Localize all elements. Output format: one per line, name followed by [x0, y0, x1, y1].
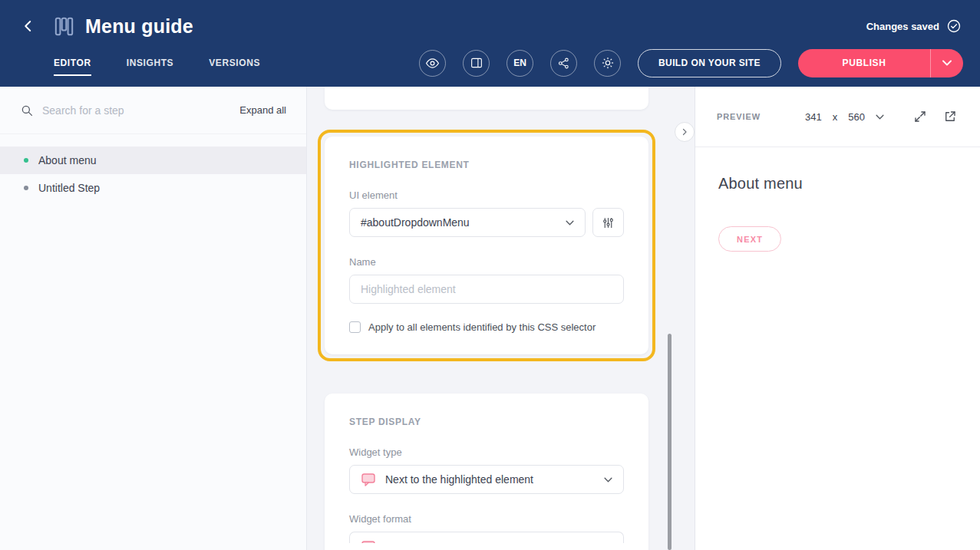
- changes-saved-label: Changes saved: [866, 21, 939, 32]
- eye-icon: [425, 56, 440, 71]
- content-scrollbar[interactable]: [668, 334, 671, 550]
- check-circle-icon: [946, 18, 962, 34]
- ui-element-label: UI element: [349, 189, 624, 201]
- topbar-tabs: EDITOR INSIGHTS VERSIONS: [54, 44, 260, 81]
- preview-eye-button[interactable]: [419, 50, 446, 77]
- tooltip-widget-icon: [361, 472, 376, 487]
- changes-saved-status: Changes saved: [866, 18, 962, 34]
- name-label: Name: [349, 256, 624, 268]
- ui-element-row: #aboutDropdownMenu: [349, 208, 624, 237]
- highlighted-element-name-input[interactable]: [349, 275, 624, 304]
- preview-header: PREVIEW 341 x 560: [695, 87, 980, 147]
- topbar-row-title: Menu guide Changes saved: [0, 0, 980, 44]
- topbar-actions: EN BUILD ON YOUR SITE PUBLISH: [419, 49, 963, 77]
- language-label: EN: [513, 58, 526, 68]
- steps-sidebar: Expand all About menu Untitled Step: [0, 87, 307, 550]
- expand-icon: [913, 110, 927, 124]
- step-search-row: Expand all: [0, 87, 306, 134]
- widget-format-label: Widget format: [349, 513, 624, 525]
- apply-all-label: Apply to all elements identified by this…: [368, 321, 596, 333]
- preview-width-value: 341: [805, 111, 822, 123]
- language-button[interactable]: EN: [506, 50, 533, 77]
- expand-all-link[interactable]: Expand all: [239, 104, 286, 116]
- step-list: About menu Untitled Step: [0, 147, 306, 202]
- chevron-left-icon: [21, 19, 35, 33]
- preview-size-separator: x: [833, 111, 838, 123]
- preview-step-title: About menu: [718, 175, 957, 193]
- publish-dropdown-button[interactable]: [930, 49, 963, 77]
- preview-height-value: 560: [848, 111, 865, 123]
- preview-title-label: PREVIEW: [717, 112, 761, 121]
- preview-header-icons: [912, 108, 959, 125]
- step-settings-panel: HIGHLIGHTED ELEMENT UI element #aboutDro…: [307, 87, 695, 550]
- preview-fullscreen-button[interactable]: [912, 108, 929, 125]
- layout-icon: [470, 56, 483, 70]
- step-label: About menu: [38, 154, 97, 166]
- back-button[interactable]: [18, 16, 38, 36]
- widget-type-label: Widget type: [349, 446, 624, 458]
- section-title: HIGHLIGHTED ELEMENT: [349, 160, 624, 170]
- step-search-input[interactable]: [42, 104, 231, 117]
- topbar-row-tools: EDITOR INSIGHTS VERSIONS EN: [0, 44, 980, 81]
- section-title: STEP DISPLAY: [349, 417, 624, 427]
- preview-next-button[interactable]: NEXT: [718, 226, 781, 252]
- tab-editor[interactable]: EDITOR: [54, 44, 91, 81]
- app-logo-icon: [54, 16, 74, 37]
- chevron-down-icon: [942, 60, 952, 66]
- topbar: Menu guide Changes saved EDITOR INSIGHTS…: [0, 0, 980, 87]
- tab-versions[interactable]: VERSIONS: [209, 44, 260, 81]
- step-bullet-icon: [24, 186, 28, 190]
- preview-open-new-tab-button[interactable]: [942, 108, 959, 125]
- open-in-new-icon: [943, 110, 957, 124]
- step-display-card: STEP DISPLAY Widget type Next to the hig…: [325, 394, 648, 550]
- settings-button[interactable]: [594, 50, 621, 77]
- step-item-about-menu[interactable]: About menu: [0, 147, 306, 174]
- tooltip-widget-icon: [361, 539, 603, 543]
- preview-collapse-button[interactable]: [675, 122, 695, 142]
- widget-format-select-partial[interactable]: [349, 532, 624, 543]
- chevron-down-icon: [566, 220, 574, 226]
- build-on-your-site-button[interactable]: BUILD ON YOUR SITE: [638, 49, 781, 77]
- step-bullet-icon: [24, 158, 28, 163]
- preview-size-dropdown[interactable]: 341 x 560: [805, 111, 884, 123]
- preview-body: About menu NEXT: [695, 147, 980, 279]
- selector-settings-button[interactable]: [592, 208, 624, 237]
- tab-insights[interactable]: INSIGHTS: [127, 44, 173, 81]
- highlighted-element-card: HIGHLIGHTED ELEMENT UI element #aboutDro…: [325, 137, 648, 354]
- tune-sliders-icon: [602, 216, 615, 229]
- publish-button-group: PUBLISH: [798, 49, 963, 77]
- share-icon: [557, 57, 570, 70]
- chevron-down-icon: [876, 114, 884, 120]
- previous-settings-card-partial: [325, 87, 648, 110]
- chevron-right-icon: [680, 127, 689, 137]
- chevron-down-icon: [604, 477, 612, 482]
- ui-element-select[interactable]: #aboutDropdownMenu: [349, 208, 586, 237]
- step-item-untitled[interactable]: Untitled Step: [0, 174, 306, 202]
- layout-button[interactable]: [463, 50, 490, 77]
- highlighted-section-ring: HIGHLIGHTED ELEMENT UI element #aboutDro…: [318, 130, 655, 361]
- ui-element-value: #aboutDropdownMenu: [361, 216, 470, 229]
- apply-all-checkbox[interactable]: [349, 321, 361, 333]
- page-title: Menu guide: [85, 15, 193, 38]
- gear-icon: [601, 56, 615, 70]
- apply-all-checkbox-row[interactable]: Apply to all elements identified by this…: [349, 321, 624, 333]
- widget-type-select[interactable]: Next to the highlighted element: [349, 465, 624, 494]
- preview-panel: PREVIEW 341 x 560 Abo: [695, 87, 980, 550]
- widget-type-value: Next to the highlighted element: [385, 473, 533, 486]
- step-label: Untitled Step: [38, 182, 100, 194]
- publish-button[interactable]: PUBLISH: [798, 49, 930, 77]
- search-icon: [20, 104, 34, 117]
- share-button[interactable]: [550, 50, 577, 77]
